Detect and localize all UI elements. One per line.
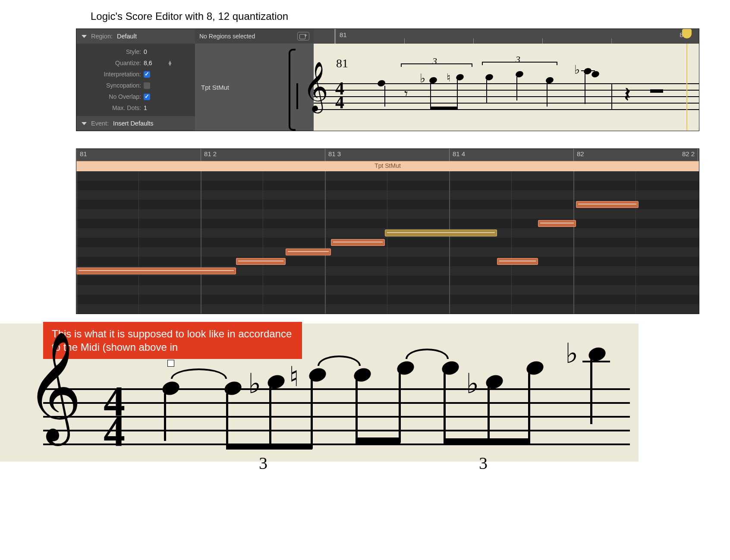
event-header[interactable]: Event: Insert Defaults: [76, 116, 195, 131]
region-label: Region:: [91, 33, 113, 40]
ruler-marker: 81 3: [328, 150, 341, 157]
tie-icon: [318, 356, 361, 366]
reference-staff: 𝄞 4 4 ♭ ♮ 3 ♭: [9, 388, 630, 444]
time-signature: 4 4: [104, 386, 125, 447]
half-rest-icon: [650, 89, 663, 93]
midi-note[interactable]: [576, 201, 639, 208]
style-row[interactable]: Style: 0: [76, 46, 195, 57]
region-inspector: Region: Default Style: 0 Quantize: 8,6 ▲…: [76, 29, 195, 131]
event-value: Insert Defaults: [113, 120, 154, 127]
tuplet-number: 3: [516, 54, 520, 65]
piano-roll-region-header[interactable]: Tpt StMut: [76, 161, 699, 171]
note[interactable]: [591, 70, 600, 79]
chevron-down-icon: [82, 122, 87, 125]
midi-note[interactable]: [331, 239, 385, 246]
interpretation-checkbox[interactable]: [144, 71, 150, 78]
note-stem: [516, 77, 517, 101]
add-region-button[interactable]: [297, 32, 309, 41]
note-stem: [430, 83, 431, 109]
flat-accidental-icon: ♭: [248, 368, 261, 400]
midi-note[interactable]: [385, 230, 497, 236]
score-canvas[interactable]: 81 𝄞 4 4: [314, 44, 699, 131]
score-ruler[interactable]: 81 82: [314, 29, 699, 44]
midi-note[interactable]: [497, 258, 538, 265]
natural-accidental-icon: ♮: [289, 361, 299, 393]
chevron-down-icon: [82, 35, 87, 38]
flat-accidental-icon: ♭: [420, 71, 425, 85]
stepper-icon[interactable]: ▲▼: [167, 60, 172, 66]
note-stem: [585, 74, 585, 104]
quantize-row[interactable]: Quantize: 8,6 ▲▼: [76, 57, 195, 69]
midi-note[interactable]: [538, 220, 576, 227]
quantize-label: Quantize:: [76, 60, 144, 66]
nooverlap-row[interactable]: No Overlap:: [76, 91, 195, 102]
ruler-marker: 81 2: [204, 150, 217, 157]
track-name: Tpt StMut: [201, 84, 229, 91]
tuplet-number: 3: [432, 56, 437, 67]
syncopation-label: Syncopation:: [76, 82, 144, 89]
system-bracket-icon: [289, 49, 296, 131]
nooverlap-checkbox[interactable]: [144, 94, 150, 100]
reference-score-panel: This is what it is supposed to look like…: [0, 324, 639, 462]
style-value[interactable]: 0: [144, 48, 147, 55]
track-area: No Regions selected Tpt StMut: [195, 29, 314, 131]
score-editor-panel: Region: Default Style: 0 Quantize: 8,6 ▲…: [76, 28, 699, 131]
beam: [430, 107, 458, 109]
note-stem: [384, 86, 385, 107]
barline: [296, 83, 298, 109]
annotation-callout[interactable]: This is what it is supposed to look like…: [43, 322, 302, 359]
tie-icon: [406, 349, 449, 359]
treble-clef-icon: 𝄞: [303, 62, 328, 112]
ruler-marker-81: 81: [340, 31, 347, 38]
nooverlap-label: No Overlap:: [76, 93, 144, 100]
playhead-icon[interactable]: [682, 29, 692, 38]
time-signature: 4 4: [335, 82, 344, 109]
event-label: Event:: [91, 120, 109, 127]
style-label: Style:: [76, 48, 144, 55]
tuplet-number: 3: [479, 453, 488, 473]
ruler-marker: 82 2: [682, 150, 695, 157]
track-header-bar: No Regions selected: [195, 29, 314, 44]
piano-roll-grid[interactable]: [76, 171, 699, 314]
syncopation-row[interactable]: Syncopation:: [76, 80, 195, 91]
ledger-line: [581, 70, 595, 71]
ruler-marker: 81 4: [453, 150, 465, 157]
ruler-marker: 82: [577, 150, 584, 157]
note-stem: [486, 80, 487, 104]
interpretation-row[interactable]: Interpretation:: [76, 69, 195, 80]
region-header[interactable]: Region: Default: [76, 29, 195, 44]
resize-handle-icon[interactable]: [167, 360, 174, 367]
flat-accidental-icon: ♭: [574, 63, 580, 77]
tuplet-number: 3: [259, 453, 267, 473]
midi-note[interactable]: [286, 249, 331, 255]
maxdots-row[interactable]: Max. Dots: 1: [76, 102, 195, 113]
flat-accidental-icon: ♭: [466, 368, 479, 400]
no-regions-label: No Regions selected: [199, 33, 255, 40]
maxdots-value[interactable]: 1: [144, 104, 147, 111]
bar-number: 81: [336, 57, 348, 70]
tie-icon: [171, 368, 227, 379]
syncopation-checkbox[interactable]: [144, 82, 150, 89]
piano-roll-ruler[interactable]: 81 81 2 81 3 81 4 82 82 2: [76, 149, 699, 161]
track-row[interactable]: Tpt StMut: [195, 44, 314, 131]
page-caption: Logic's Score Editor with 8, 12 quantiza…: [91, 10, 730, 22]
ruler-marker: 81: [80, 150, 87, 157]
interpretation-label: Interpretation:: [76, 71, 144, 78]
note-stem: [457, 80, 458, 109]
midi-note[interactable]: [236, 258, 286, 265]
flat-accidental-icon: ♭: [565, 337, 578, 370]
natural-accidental-icon: ♮: [447, 71, 450, 85]
region-value: Default: [117, 33, 137, 40]
piano-roll-panel: 81 81 2 81 3 81 4 82 82 2 Tpt StMut: [76, 148, 699, 314]
note-stem: [547, 83, 548, 107]
quantize-value[interactable]: 8,6 ▲▼: [144, 60, 172, 66]
maxdots-label: Max. Dots:: [76, 104, 144, 111]
score-area: 81 82 81 𝄞: [314, 29, 699, 131]
barline: [611, 83, 612, 109]
playhead-line[interactable]: [686, 44, 687, 131]
treble-clef-icon: 𝄞: [26, 332, 82, 442]
staff: 𝄞 4 4 𝄾 3 ♭ ♮: [314, 83, 699, 109]
midi-note[interactable]: [76, 267, 236, 274]
